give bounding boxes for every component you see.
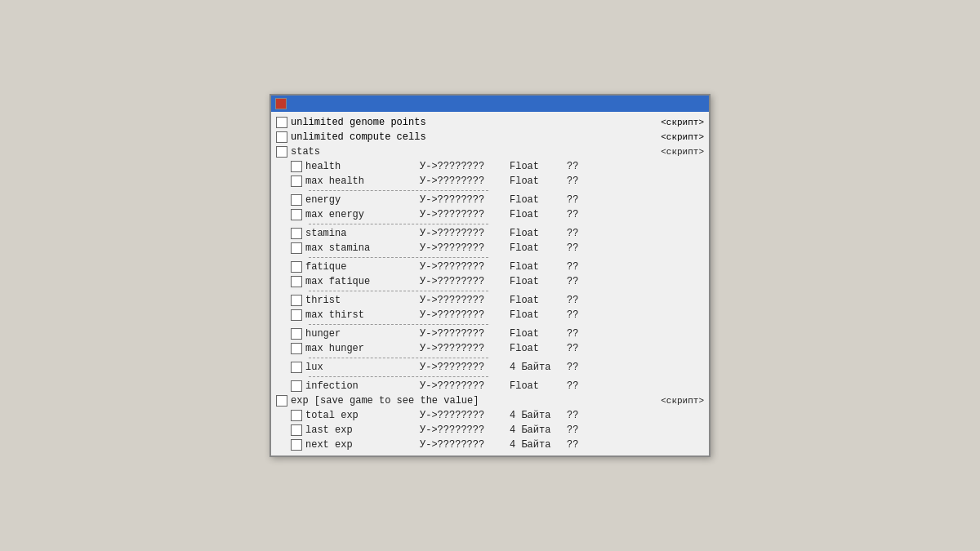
top-items: unlimited genome points <скрипт> unlimit…: [276, 115, 704, 144]
stat-value: У->????????: [420, 161, 510, 172]
stat-checkbox[interactable]: [291, 176, 302, 187]
stat-checkbox[interactable]: [291, 295, 302, 306]
exp-row: next exp У->???????? 4 Байта ??: [291, 438, 704, 452]
exp-item-label: last exp: [305, 424, 420, 436]
top-checkbox[interactable]: [276, 117, 287, 128]
stat-value: У->????????: [420, 194, 510, 206]
stat-value: У->????????: [420, 328, 510, 340]
stat-label: fatique: [305, 261, 420, 273]
exp-row: last exp У->???????? 4 Байта ??: [291, 423, 704, 438]
stat-row: max health У->???????? Float ??: [291, 174, 704, 189]
stat-row: fatique У->???????? Float ??: [291, 260, 704, 274]
stats-label: stats: [291, 146, 661, 158]
stat-row: max thirst У->???????? Float ??: [291, 308, 704, 322]
stat-row: hunger У->???????? Float ??: [291, 327, 704, 341]
stat-value: У->????????: [420, 343, 510, 354]
stat-extra: ??: [567, 261, 578, 273]
stat-checkbox[interactable]: [291, 362, 302, 373]
stat-extra: ??: [567, 295, 578, 306]
exp-checkbox[interactable]: [276, 395, 287, 407]
stat-type: Float: [510, 328, 567, 340]
stat-checkbox[interactable]: [291, 161, 302, 172]
stat-checkbox[interactable]: [291, 242, 302, 254]
stat-checkbox[interactable]: [291, 209, 302, 220]
stat-extra: ??: [567, 309, 578, 321]
stats-script: <скрипт>: [661, 147, 704, 157]
stat-type: Float: [510, 295, 567, 306]
top-item-label: unlimited genome points: [291, 117, 661, 128]
stat-checkbox[interactable]: [291, 194, 302, 206]
stat-extra: ??: [567, 228, 578, 239]
stat-label: infection: [305, 380, 420, 392]
stat-checkbox[interactable]: [291, 343, 302, 354]
top-item-script: <скрипт>: [661, 132, 704, 142]
exp-item-extra: ??: [567, 439, 578, 451]
stat-value: У->????????: [420, 380, 510, 392]
exp-item-checkbox[interactable]: [291, 439, 302, 451]
stat-row: max hunger У->???????? Float ??: [291, 341, 704, 356]
stat-extra: ??: [567, 209, 578, 220]
stat-row: max stamina У->???????? Float ??: [291, 241, 704, 256]
stat-value: У->????????: [420, 242, 510, 254]
stat-extra: ??: [567, 328, 578, 340]
stat-checkbox[interactable]: [291, 228, 302, 239]
exp-section: exp [save game to see the value] <скрипт…: [276, 393, 704, 452]
stat-row: max fatique У->???????? Float ??: [291, 274, 704, 289]
stat-type: Float: [510, 176, 567, 187]
exp-label: exp [save game to see the value]: [291, 395, 661, 407]
stat-value: У->????????: [420, 276, 510, 287]
exp-header-row: exp [save game to see the value] <скрипт…: [276, 393, 704, 408]
top-item-row: unlimited compute cells <скрипт>: [276, 130, 704, 144]
exp-item-checkbox[interactable]: [291, 424, 302, 436]
stat-label: max fatique: [305, 276, 420, 287]
stat-type: Float: [510, 380, 567, 392]
stat-type: Float: [510, 194, 567, 206]
exp-item-checkbox[interactable]: [291, 410, 302, 421]
stat-type: Float: [510, 209, 567, 220]
exp-item-value: У->????????: [420, 424, 510, 436]
stat-label: max stamina: [305, 242, 420, 254]
separator: [291, 291, 704, 291]
stat-checkbox[interactable]: [291, 328, 302, 340]
stat-value: У->????????: [420, 295, 510, 306]
top-item-script: <скрипт>: [661, 118, 704, 127]
exp-item-type: 4 Байта: [510, 410, 567, 421]
separator: [291, 376, 704, 377]
stat-row: stamina У->???????? Float ??: [291, 226, 704, 241]
top-checkbox[interactable]: [276, 131, 287, 143]
stat-extra: ??: [567, 362, 578, 373]
exp-item-value: У->????????: [420, 439, 510, 451]
stat-label: lux: [305, 362, 420, 373]
stat-checkbox[interactable]: [291, 380, 302, 392]
stat-extra: ??: [567, 380, 578, 392]
stat-type: 4 Байта: [510, 362, 567, 373]
stat-value: У->????????: [420, 309, 510, 321]
stat-label: health: [305, 161, 420, 172]
exp-row: total exp У->???????? 4 Байта ??: [291, 408, 704, 423]
stat-type: Float: [510, 242, 567, 254]
separator: [291, 190, 704, 191]
stat-label: max hunger: [305, 343, 420, 354]
stat-extra: ??: [567, 242, 578, 254]
stat-checkbox[interactable]: [291, 276, 302, 287]
stat-row: energy У->???????? Float ??: [291, 193, 704, 207]
close-button[interactable]: [275, 98, 287, 109]
top-item-label: unlimited compute cells: [291, 131, 661, 143]
exp-item-label: next exp: [305, 439, 420, 451]
stat-checkbox[interactable]: [291, 261, 302, 273]
separator: [291, 224, 704, 224]
stat-row: health У->???????? Float ??: [291, 159, 704, 174]
stat-label: stamina: [305, 228, 420, 239]
stat-row: thrist У->???????? Float ??: [291, 293, 704, 308]
stat-value: У->????????: [420, 228, 510, 239]
stats-checkbox[interactable]: [276, 146, 287, 158]
main-window: unlimited genome points <скрипт> unlimit…: [270, 94, 710, 457]
separator: [291, 358, 704, 358]
stat-label: energy: [305, 194, 420, 206]
stat-checkbox[interactable]: [291, 309, 302, 321]
stat-row: max energy У->???????? Float ??: [291, 207, 704, 222]
stat-label: max energy: [305, 209, 420, 220]
stat-label: max health: [305, 176, 420, 187]
top-item-row: unlimited genome points <скрипт>: [276, 115, 704, 130]
stat-label: max thirst: [305, 309, 420, 321]
